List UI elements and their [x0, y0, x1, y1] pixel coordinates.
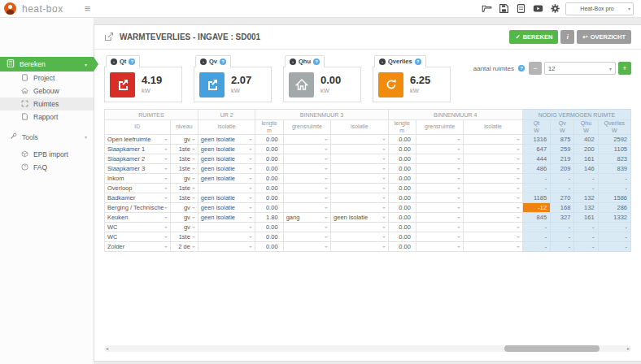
- lengte-cell[interactable]: 1.80: [255, 213, 283, 223]
- sidebar-item-faq[interactable]: ? FAQ: [0, 161, 94, 174]
- kpi-qv-tab[interactable]: › Qv ?: [195, 55, 231, 67]
- room-id-cell[interactable]: Open leefruimte: [105, 135, 171, 145]
- isolatie-cell[interactable]: geen isolatie: [198, 213, 255, 223]
- isolatie-cell[interactable]: geen isolatie: [198, 164, 255, 174]
- sidebar-item-epb-import[interactable]: EPB import: [0, 148, 94, 161]
- isolatie-cell[interactable]: geen isolatie: [198, 193, 255, 203]
- help-icon[interactable]: ?: [313, 58, 320, 65]
- isolatie-cell[interactable]: [331, 193, 389, 203]
- lengte-cell[interactable]: 0.00: [255, 223, 283, 232]
- isolatie-cell[interactable]: [198, 184, 255, 193]
- grensruimte-cell[interactable]: [416, 154, 463, 164]
- lengte-cell[interactable]: 0.00: [255, 154, 283, 164]
- isolatie-cell[interactable]: [464, 174, 523, 184]
- sidebar-item-gebouw[interactable]: Gebouw: [0, 84, 94, 98]
- isolatie-cell[interactable]: [464, 232, 523, 242]
- grensruimte-cell[interactable]: [416, 164, 463, 174]
- product-select[interactable]: Heat-Box pro ▾: [565, 2, 634, 15]
- sidebar-section-tools[interactable]: Tools ▾: [0, 130, 94, 144]
- isolatie-cell[interactable]: [331, 145, 389, 154]
- grensruimte-cell[interactable]: [283, 223, 330, 232]
- lengte-cell[interactable]: 0.00: [255, 203, 283, 213]
- isolatie-cell[interactable]: geen isolatie: [198, 154, 255, 164]
- room-id-cell[interactable]: Slaapkamer 1: [105, 145, 171, 154]
- niveau-cell[interactable]: 1ste: [170, 184, 198, 193]
- isolatie-cell[interactable]: [331, 154, 389, 164]
- sidebar-item-rapport[interactable]: Rapport: [0, 110, 94, 124]
- video-icon[interactable]: [531, 3, 544, 15]
- niveau-cell[interactable]: gv: [170, 135, 198, 145]
- lengte-cell[interactable]: 0.00: [255, 164, 283, 174]
- isolatie-cell[interactable]: [464, 154, 523, 164]
- sidebar-item-project[interactable]: Project: [0, 72, 94, 84]
- niveau-cell[interactable]: 1ste: [170, 193, 198, 203]
- isolatie-cell[interactable]: [464, 242, 523, 252]
- niveau-cell[interactable]: gv: [170, 203, 198, 213]
- lengte-cell[interactable]: 0.00: [255, 145, 283, 154]
- isolatie-cell[interactable]: [198, 242, 255, 252]
- room-id-cell[interactable]: Badkamer: [105, 193, 171, 203]
- isolatie-cell[interactable]: geen isolatie: [198, 135, 255, 145]
- isolatie-cell[interactable]: [464, 145, 523, 154]
- isolatie-cell[interactable]: [331, 223, 389, 232]
- decrease-rooms-button[interactable]: −: [529, 62, 542, 75]
- scroll-right-icon[interactable]: ▸: [627, 345, 630, 352]
- room-id-cell[interactable]: Inkom: [105, 174, 171, 184]
- lengte-cell[interactable]: 0.00: [388, 242, 416, 252]
- sidebar-item-bereken[interactable]: Bereken ▾: [0, 57, 94, 72]
- niveau-cell[interactable]: gv: [170, 213, 198, 223]
- save-icon[interactable]: [497, 3, 510, 15]
- room-id-cell[interactable]: WC: [105, 232, 171, 242]
- gear-icon[interactable]: [548, 3, 561, 15]
- niveau-cell[interactable]: 1ste: [170, 164, 198, 174]
- grensruimte-cell[interactable]: [283, 242, 330, 252]
- niveau-cell[interactable]: gv: [170, 223, 198, 232]
- isolatie-cell[interactable]: [331, 174, 389, 184]
- grensruimte-cell[interactable]: [283, 135, 330, 145]
- lengte-cell[interactable]: 0.00: [255, 184, 283, 193]
- lengte-cell[interactable]: 0.00: [388, 135, 416, 145]
- grensruimte-cell[interactable]: [416, 232, 463, 242]
- lengte-cell[interactable]: 0.00: [255, 193, 283, 203]
- kpi-qverlies-tab[interactable]: › Qverlies ?: [374, 55, 426, 67]
- room-id-cell[interactable]: Zolder: [105, 242, 171, 252]
- grensruimte-cell[interactable]: [283, 154, 330, 164]
- room-id-cell[interactable]: Keuken: [105, 213, 171, 223]
- grensruimte-cell[interactable]: [416, 184, 463, 193]
- isolatie-cell[interactable]: geen isolatie: [198, 174, 255, 184]
- grensruimte-cell[interactable]: [416, 135, 463, 145]
- help-icon[interactable]: ?: [129, 58, 135, 65]
- isolatie-cell[interactable]: [464, 223, 523, 232]
- lengte-cell[interactable]: 0.00: [255, 135, 283, 145]
- isolatie-cell[interactable]: [464, 203, 523, 213]
- isolatie-cell[interactable]: geen isolatie: [198, 145, 255, 154]
- grensruimte-cell[interactable]: [283, 203, 330, 213]
- bereken-button[interactable]: ✓ BEREKEN: [509, 30, 558, 44]
- grensruimte-cell[interactable]: [416, 242, 463, 252]
- lengte-cell[interactable]: 0.00: [388, 232, 416, 242]
- grensruimte-cell[interactable]: [283, 174, 330, 184]
- lengte-cell[interactable]: 0.00: [255, 232, 283, 242]
- niveau-cell[interactable]: 2 de: [170, 242, 198, 252]
- grensruimte-cell[interactable]: [283, 193, 330, 203]
- isolatie-cell[interactable]: [464, 193, 523, 203]
- kpi-qhu-tab[interactable]: › Qhu ?: [285, 55, 325, 67]
- lengte-cell[interactable]: 0.00: [388, 164, 416, 174]
- grensruimte-cell[interactable]: [416, 174, 463, 184]
- lengte-cell[interactable]: 0.00: [388, 145, 416, 154]
- isolatie-cell[interactable]: [464, 164, 523, 174]
- help-icon[interactable]: ?: [518, 65, 525, 72]
- kpi-qt-tab[interactable]: › Qt ?: [106, 55, 140, 67]
- grensruimte-cell[interactable]: [416, 223, 463, 232]
- isolatie-cell[interactable]: [198, 232, 255, 242]
- isolatie-cell[interactable]: [464, 184, 523, 193]
- folder-open-icon[interactable]: [480, 3, 493, 15]
- isolatie-cell[interactable]: [331, 203, 389, 213]
- lengte-cell[interactable]: 0.00: [388, 213, 416, 223]
- lengte-cell[interactable]: 0.00: [388, 184, 416, 193]
- grensruimte-cell[interactable]: [416, 213, 463, 223]
- isolatie-cell[interactable]: [331, 242, 389, 252]
- isolatie-cell[interactable]: [331, 164, 389, 174]
- lengte-cell[interactable]: 0.00: [255, 242, 283, 252]
- grensruimte-cell[interactable]: [416, 193, 463, 203]
